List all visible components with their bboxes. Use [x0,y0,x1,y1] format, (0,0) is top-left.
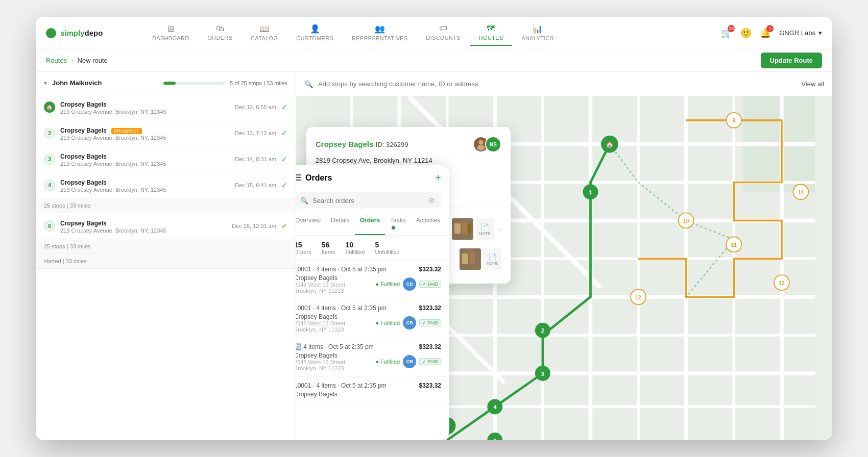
map-background: 🏠 1 2 3 4 5 [296,96,832,440]
update-route-button[interactable]: Update Route [761,53,823,68]
visit-note-1: 📄 NOTE [475,218,494,240]
paid-badge-2: ✓ PAID [419,319,441,326]
logo-icon [46,28,56,38]
reps-icon: 👥 [375,24,385,34]
mobile-tab-orders[interactable]: Orders [355,213,385,235]
visit-image-2 [460,248,481,270]
order-address2-1: Brooklyn, NY 11223 [296,288,345,294]
order-amount-2: $323.32 [419,304,441,312]
stop-number-2: 2 [44,128,55,139]
mobile-orders-panel: ☰ Orders + 🔍 ⚙ Overview Details Orders [296,165,449,440]
dashboard-icon: ⊞ [167,24,174,34]
order-customer-info-3: Cropsey Bagels 2548 West 13 Street Brook… [296,352,345,371]
cart-badge: 25 [728,25,735,32]
svg-point-55 [477,145,485,150]
menu-icon[interactable]: ☰ [296,173,301,183]
order-item[interactable]: 🔄 4 items · Oct 5 at 2:35 pm $323.32 Cro… [296,338,449,377]
stop-address-4: 219 Cropsey Avenue, Brooklyn, NY, 12345 [60,187,230,193]
nav-representatives[interactable]: 👥 REPRESENTATIVES [343,20,417,46]
prospect-badge: PROSPECT [111,128,142,134]
driver-header: ▾ John Malkovich 5 of 25 stops | 33 mile… [36,72,296,94]
order-item[interactable]: 10001 · 4 items · Oct 5 at 2:35 pm $323.… [296,261,449,299]
order-right-3: ● Fulfilled CB ✓ PAID [376,355,441,368]
nav-analytics[interactable]: 📊 ANALYTICS [512,20,563,46]
smile-icon: 🙂 [740,28,752,38]
order-meta-3: 🔄 4 items · Oct 5 at 2:35 pm [296,343,374,350]
breadcrumb-separator: › [71,57,73,64]
route-stop[interactable]: 2 Cropsey Bagels PROSPECT 219 Cropsey Av… [36,120,296,146]
filter-icon[interactable]: ⚙ [428,196,435,205]
analytics-icon: 📊 [533,24,543,34]
breadcrumb: Routes › New route [46,57,108,64]
fulfilled-status-3: ● Fulfilled [376,359,400,365]
stop-address-2: 219 Cropsey Avenue, Brooklyn, NY, 12345 [60,135,230,141]
mobile-search-area[interactable]: 🔍 ⚙ [296,192,441,209]
mobile-tab-tasks[interactable]: Tasks [385,213,411,235]
bell-area[interactable]: 🔔 1 [760,28,771,39]
stop-name-4: Cropsey Bagels [60,179,107,186]
user-menu[interactable]: GNGR Labs ▾ [779,29,822,37]
svg-text:2: 2 [541,327,544,334]
route-stop[interactable]: 3 Cropsey Bagels 219 Cropsey Avenue, Bro… [36,146,296,172]
nav-catalog[interactable]: 📖 CATALOG [242,20,287,46]
logo: simplydepo [46,28,128,38]
add-order-icon[interactable]: + [435,172,441,184]
order-top-3: 🔄 4 items · Oct 5 at 2:35 pm $323.32 [296,343,441,350]
collapse-icon[interactable]: ▾ [44,80,47,87]
order-customer-3: Cropsey Bagels [296,352,345,359]
svg-text:13: 13 [779,281,785,286]
view-all-link[interactable]: View all [801,80,824,88]
svg-rect-61 [462,222,467,234]
nav-orders[interactable]: 🛍 ORDERS [198,20,242,46]
mobile-stats: 15 Orders 56 Items 10 Fulfilled 5 [296,236,449,261]
mobile-search-input[interactable] [312,197,424,205]
stop-info-6: Cropsey Bagels 219 Cropsey Avenue, Brook… [60,218,227,234]
username: GNGR Labs [779,29,815,37]
popup-avatars: NS [473,136,501,153]
unfulfilled-count: 5 [375,241,399,249]
order-amount-1: $323.32 [419,266,441,273]
order-avatar-3: CB [403,355,416,368]
smile-area[interactable]: 🙂 [740,28,752,39]
visit-note-2: 📄 NOTE [483,248,501,270]
progress-bar [163,82,225,85]
stop-address-1: 219 Cropsey Avenue, Brooklyn, NY, 12345 [60,109,230,115]
route-stop[interactable]: 6 Cropsey Bagels 219 Cropsey Avenue, Bro… [36,213,296,239]
cart-area[interactable]: 🛒 25 [721,28,732,39]
order-address1-1: 2548 West 13 Street [296,282,345,288]
nav-routes[interactable]: 🗺 ROUTES [470,20,513,46]
stop-info-1: Cropsey Bagels 219 Cropsey Avenue, Brook… [60,99,230,115]
mobile-tab-activities[interactable]: Activities [411,213,445,235]
nav-discounts[interactable]: 🏷 DISCOUNTS [417,20,469,46]
order-right-1: ● Fulfilled CB ✓ PAID [376,277,441,291]
nav-customers[interactable]: 👤 CUSTOMERS [287,20,343,46]
catalog-icon: 📖 [259,24,270,34]
map-search-input[interactable] [318,80,796,88]
breadcrumb-parent[interactable]: Routes [46,57,67,64]
fulfilled-status-2: ● Fulfilled [376,320,400,326]
paid-badge-1: ✓ PAID [419,281,441,288]
popup-business-name: Cropsey Bagels [316,140,373,148]
visit-images-1: 📄 NOTE [452,218,494,240]
svg-text:9: 9 [732,118,735,123]
order-item[interactable]: 10001 · 4 items · Oct 5 at 2:35 pm $323.… [296,299,449,338]
mobile-tab-details[interactable]: Details [326,213,355,235]
popup-header: Cropsey Bagels ID: 326299 NS [316,136,501,153]
mobile-tab-overview[interactable]: Overview [296,213,326,235]
driver-stats: 5 of 25 stops | 33 miles [230,80,287,86]
route-stop[interactable]: 🏠 Cropsey Bagels 219 Cropsey Avenue, Bro… [36,94,296,120]
stop-time-4: Dec 15, 6:41 am [235,182,276,188]
nav-dashboard[interactable]: ⊞ DASHBOARD [143,20,198,46]
svg-point-54 [478,140,483,145]
order-item[interactable]: 10001 · 4 items · Oct 5 at 2:35 pm $323.… [296,377,449,403]
fulfilled-label: Fulfilled [346,249,365,255]
order-meta-2: 10001 · 4 items · Oct 5 at 2:35 pm [296,304,387,312]
visit-chevron-1[interactable]: › [499,225,501,233]
svg-text:12: 12 [635,295,641,300]
order-mid-2: Cropsey Bagels 2548 West 13 Street Brook… [296,313,441,333]
svg-text:10: 10 [683,218,689,224]
order-mid-1: Cropsey Bagels 2548 West 13 Street Brook… [296,274,441,294]
items-label: Items [322,249,335,255]
route-stop[interactable]: 4 Cropsey Bagels 219 Cropsey Avenue, Bro… [36,172,296,198]
left-sidebar: ▾ John Malkovich 5 of 25 stops | 33 mile… [36,72,296,440]
